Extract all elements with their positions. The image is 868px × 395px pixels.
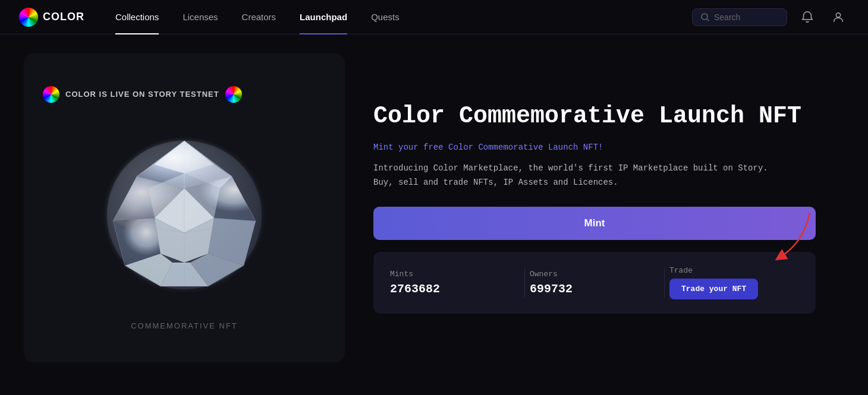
logo[interactable]: COLOR — [19, 8, 84, 27]
gem-image — [89, 117, 279, 307]
trade-stat: Trade Trade your NFT — [669, 266, 799, 299]
bell-icon — [801, 11, 814, 24]
mints-label: Mints — [390, 270, 520, 279]
mint-button-container: Mint — [373, 207, 816, 252]
search-icon — [701, 13, 709, 21]
trade-label: Trade — [669, 266, 693, 275]
nft-title: Color Commemorative Launch NFT — [373, 102, 816, 131]
commemorative-label: COMMEMORATIVE NFT — [131, 321, 238, 330]
search-box[interactable]: Search — [692, 8, 787, 26]
mints-stat: Mints 2763682 — [390, 270, 520, 296]
notifications-button[interactable] — [797, 7, 818, 28]
stats-card: Mints 2763682 Owners 699732 Trade Trade … — [373, 252, 816, 314]
gem-svg — [95, 123, 273, 301]
logo-text: COLOR — [43, 11, 84, 23]
badge-logo-right — [225, 86, 242, 103]
navbar: COLOR Collections Licenses Creators Laun… — [0, 0, 868, 34]
nav-link-collections[interactable]: Collections — [103, 0, 171, 34]
left-card: COLOR IS LIVE ON STORY TESTNET — [24, 53, 345, 362]
live-badge-text: COLOR IS LIVE ON STORY TESTNET — [65, 90, 219, 99]
nav-link-licenses[interactable]: Licenses — [171, 0, 229, 34]
nav-right: Search — [692, 7, 849, 28]
svg-point-2 — [836, 12, 840, 17]
stat-divider-2 — [664, 268, 665, 298]
logo-icon — [19, 8, 38, 27]
trade-button[interactable]: Trade your NFT — [669, 279, 758, 299]
nft-description: Introducing Color Marketplace, the world… — [373, 162, 816, 190]
stat-divider-1 — [524, 268, 525, 298]
nav-link-creators[interactable]: Creators — [230, 0, 288, 34]
nav-links: Collections Licenses Creators Launchpad … — [103, 0, 692, 34]
owners-stat: Owners 699732 — [530, 270, 659, 296]
owners-value: 699732 — [530, 282, 659, 296]
search-placeholder-text: Search — [714, 12, 740, 22]
nav-link-quests[interactable]: Quests — [359, 0, 411, 34]
mints-value: 2763682 — [390, 282, 520, 296]
profile-button[interactable] — [828, 7, 849, 28]
nft-subtitle: Mint your free Color Commemorative Launc… — [373, 143, 816, 152]
svg-line-1 — [707, 19, 709, 21]
nav-link-launchpad[interactable]: Launchpad — [288, 0, 359, 34]
user-icon — [832, 11, 845, 24]
mint-button[interactable]: Mint — [373, 207, 816, 240]
badge-logo-left — [43, 86, 59, 103]
right-content: Color Commemorative Launch NFT Mint your… — [345, 53, 844, 362]
live-badge: COLOR IS LIVE ON STORY TESTNET — [43, 86, 242, 103]
main-content: COLOR IS LIVE ON STORY TESTNET — [0, 34, 868, 381]
owners-label: Owners — [530, 270, 659, 279]
